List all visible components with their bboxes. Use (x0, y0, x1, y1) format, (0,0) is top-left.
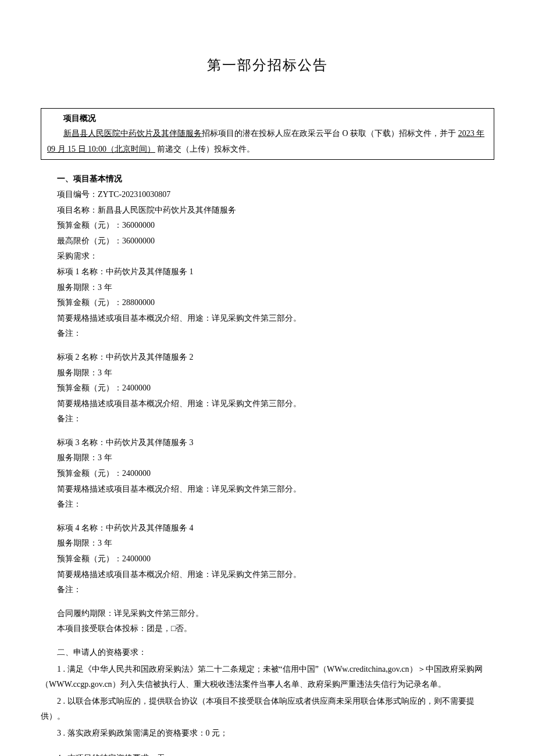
item2-name: 标项 2 名称：中药饮片及其伴随服务 2 (41, 350, 494, 366)
item2-desc: 简要规格描述或项目基本概况介绍、用途：详见采购文件第三部分。 (41, 396, 494, 412)
label: 标项 1 名称： (57, 267, 106, 276)
label: 项目名称： (57, 206, 98, 214)
value: 3 年 (98, 539, 112, 547)
item2-budget: 预算金额（元）：2400000 (41, 381, 494, 396)
overview-heading: 项目概况 (47, 111, 488, 127)
item4-budget: 预算金额（元）：2400000 (41, 551, 494, 567)
label: 项目编号： (57, 190, 98, 199)
value: 3 年 (98, 368, 112, 377)
project-name: 项目名称：新昌县人民医院中药饮片及其伴随服务 (41, 203, 494, 218)
section1-heading: 一、项目基本情况 (41, 171, 494, 187)
item2-period: 服务期限：3 年 (41, 366, 494, 381)
value: 36000000 (122, 221, 155, 230)
label: 标项 2 名称： (57, 353, 106, 361)
item3-desc: 简要规格描述或项目基本概况介绍、用途：详见采购文件第三部分。 (41, 482, 494, 497)
requirement-4: 4 . 本项目的特定资格要求：无 (41, 751, 494, 756)
value: 2400000 (122, 554, 151, 563)
label: 简要规格描述或项目基本概况介绍、用途： (57, 399, 212, 408)
value: 中药饮片及其伴随服务 4 (106, 524, 194, 532)
budget-amount: 预算金额（元）：36000000 (41, 218, 494, 234)
project-overview-box: 项目概况 新昌县人民医院中药饮片及其伴随服务招标项目的潜在投标人应在政采云平台 … (41, 108, 494, 160)
label: 标项 4 名称： (57, 524, 106, 532)
max-price: 最高限价（元）：36000000 (41, 234, 494, 249)
overview-body-part2: 前递交（上传）投标文件。 (155, 145, 255, 153)
item1-remark: 备注： (41, 326, 494, 342)
label: 标项 3 名称： (57, 438, 106, 447)
overview-body: 新昌县人民医院中药饮片及其伴随服务招标项目的潜在投标人应在政采云平台 O 获取（… (47, 126, 488, 157)
value: 详见采购文件第三部分。 (212, 570, 301, 579)
label: 简要规格描述或项目基本概况介绍、用途： (57, 485, 212, 493)
label: 服务期限： (57, 283, 98, 292)
item1-budget: 预算金额（元）：28800000 (41, 295, 494, 311)
item1-desc: 简要规格描述或项目基本概况介绍、用途：详见采购文件第三部分。 (41, 311, 494, 327)
label: 服务期限： (57, 453, 98, 462)
label: 服务期限： (57, 368, 98, 377)
value: ZYTC-202310030807 (98, 190, 170, 199)
value: 详见采购文件第三部分。 (212, 485, 301, 493)
item1-name: 标项 1 名称：中药饮片及其伴随服务 1 (41, 264, 494, 280)
value: 中药饮片及其伴随服务 3 (106, 438, 194, 447)
requirement-1: 1 . 满足《中华人民共和国政府采购法》第二十二条规定；未被“信用中国”（WWw… (41, 662, 494, 693)
value: 2400000 (122, 469, 151, 478)
value: 36000000 (122, 237, 155, 245)
item3-remark: 备注： (41, 497, 494, 513)
consortium-accept: 本项目接受联合体投标：团是，□否。 (41, 621, 494, 637)
label: 预算金额（元）： (57, 469, 122, 478)
item3-name: 标项 3 名称：中药饮片及其伴随服务 3 (41, 435, 494, 451)
value: 2400000 (122, 384, 151, 392)
label: 预算金额（元）： (57, 298, 122, 307)
item4-name: 标项 4 名称：中药饮片及其伴随服务 4 (41, 521, 494, 536)
item3-period: 服务期限：3 年 (41, 450, 494, 466)
label: 简要规格描述或项目基本概况介绍、用途： (57, 314, 212, 323)
value: 中药饮片及其伴随服务 1 (106, 267, 194, 276)
value: 3 年 (98, 453, 112, 462)
label: 最高限价（元）： (57, 237, 122, 245)
label: 预算金额（元）： (57, 554, 122, 563)
item4-desc: 简要规格描述或项目基本概况介绍、用途：详见采购文件第三部分。 (41, 567, 494, 583)
item1-period: 服务期限：3 年 (41, 280, 494, 296)
value: 新昌县人民医院中药饮片及其伴随服务 (98, 206, 236, 214)
section2-heading: 二、申请人的资格要求： (41, 645, 494, 661)
value: 中药饮片及其伴随服务 2 (106, 353, 194, 361)
requirement-2: 2 . 以联合体形式响应的，提供联合协议（本项目不接受联合体响应或者供应商未采用… (41, 694, 494, 725)
label: 简要规格描述或项目基本概况介绍、用途： (57, 570, 212, 579)
value: 详见采购文件第三部分。 (212, 314, 301, 323)
overview-body-part1: 招标项目的潜在投标人应在政采云平台 O 获取（下载）招标文件，并于 (202, 129, 458, 138)
page-title: 第一部分招标公告 (41, 52, 494, 79)
label: 预算金额（元）： (57, 221, 122, 230)
project-number: 项目编号：ZYTC-202310030807 (41, 187, 494, 203)
value: 详见采购文件第三部分。 (212, 399, 301, 408)
overview-project-title: 新昌县人民医院中药饮片及其伴随服务 (63, 129, 202, 138)
item2-remark: 备注： (41, 411, 494, 427)
contract-period: 合同履约期限：详见采购文件第三部分。 (41, 606, 494, 622)
label: 服务期限： (57, 539, 98, 547)
requirement-3: 3 . 落实政府采购政策需满足的资格要求：0 元； (41, 726, 494, 741)
item3-budget: 预算金额（元）：2400000 (41, 466, 494, 482)
value: 3 年 (98, 283, 112, 292)
item4-period: 服务期限：3 年 (41, 536, 494, 551)
procurement-demand: 采购需求： (41, 249, 494, 264)
value: 28800000 (122, 298, 155, 307)
item4-remark: 备注： (41, 582, 494, 598)
label: 预算金额（元）： (57, 384, 122, 392)
